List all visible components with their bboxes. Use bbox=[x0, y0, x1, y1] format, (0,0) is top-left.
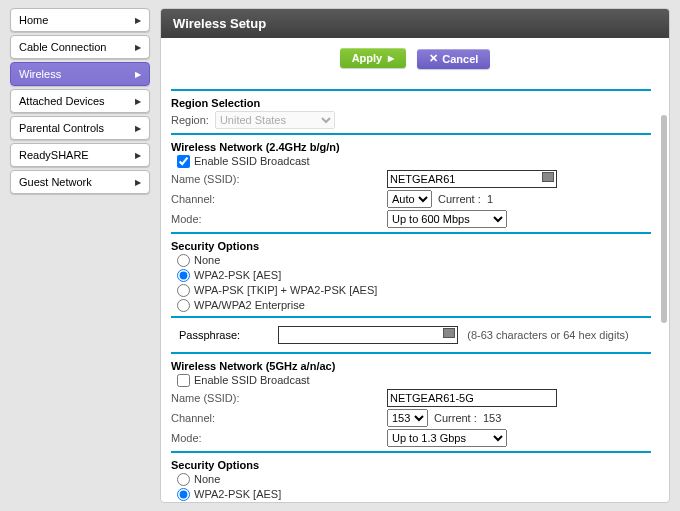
play-icon: ▶ bbox=[388, 54, 394, 63]
close-icon: ✕ bbox=[429, 52, 438, 65]
divider bbox=[171, 89, 651, 91]
sec5-opt-1: WPA2-PSK [AES] bbox=[194, 488, 281, 500]
page-title: Wireless Setup bbox=[161, 9, 669, 38]
nav-cable-connection[interactable]: Cable Connection▶ bbox=[10, 35, 150, 59]
toolbar: Apply▶ ✕Cancel bbox=[161, 38, 669, 79]
security-5-title: Security Options bbox=[171, 459, 651, 471]
scrollbar-thumb[interactable] bbox=[661, 115, 667, 323]
sec5-wpa2-radio[interactable] bbox=[177, 488, 190, 501]
nav-wireless[interactable]: Wireless▶ bbox=[10, 62, 150, 86]
security-24-title: Security Options bbox=[171, 240, 651, 252]
channel-5-select[interactable]: 153 bbox=[387, 409, 428, 427]
divider bbox=[171, 133, 651, 135]
cancel-label: Cancel bbox=[442, 53, 478, 65]
nav-label: ReadySHARE bbox=[19, 149, 89, 161]
divider bbox=[171, 316, 651, 318]
enable-ssid-24-label: Enable SSID Broadcast bbox=[194, 155, 310, 167]
nav-parental-controls[interactable]: Parental Controls▶ bbox=[10, 116, 150, 140]
chevron-right-icon: ▶ bbox=[135, 178, 141, 187]
chevron-right-icon: ▶ bbox=[135, 97, 141, 106]
keyboard-icon[interactable] bbox=[542, 172, 554, 182]
enable-ssid-5-checkbox[interactable] bbox=[177, 374, 190, 387]
ssid-24-label: Name (SSID): bbox=[171, 173, 387, 185]
sec24-opt-2: WPA-PSK [TKIP] + WPA2-PSK [AES] bbox=[194, 284, 377, 296]
divider bbox=[171, 451, 651, 453]
mode-5-label: Mode: bbox=[171, 432, 387, 444]
chevron-right-icon: ▶ bbox=[135, 16, 141, 25]
channel-5-current-value: 153 bbox=[483, 412, 501, 424]
nav-attached-devices[interactable]: Attached Devices▶ bbox=[10, 89, 150, 113]
enable-ssid-5-label: Enable SSID Broadcast bbox=[194, 374, 310, 386]
ssid-24-input[interactable] bbox=[387, 170, 557, 188]
nav-home[interactable]: Home▶ bbox=[10, 8, 150, 32]
divider bbox=[171, 352, 651, 354]
keyboard-icon[interactable] bbox=[443, 328, 455, 338]
ssid-5-label: Name (SSID): bbox=[171, 392, 387, 404]
chevron-right-icon: ▶ bbox=[135, 43, 141, 52]
nav-label: Wireless bbox=[19, 68, 61, 80]
channel-5-current-label: Current : bbox=[434, 412, 477, 424]
channel-24-label: Channel: bbox=[171, 193, 387, 205]
mode-24-select[interactable]: Up to 600 Mbps bbox=[387, 210, 507, 228]
nav-label: Guest Network bbox=[19, 176, 92, 188]
chevron-right-icon: ▶ bbox=[135, 151, 141, 160]
nav-guest-network[interactable]: Guest Network▶ bbox=[10, 170, 150, 194]
channel-24-current-label: Current : bbox=[438, 193, 481, 205]
nav-label: Cable Connection bbox=[19, 41, 106, 53]
nav-label: Parental Controls bbox=[19, 122, 104, 134]
wifi24-section-title: Wireless Network (2.4GHz b/g/n) bbox=[171, 141, 651, 153]
apply-label: Apply bbox=[352, 52, 383, 64]
sec24-wpa2-radio[interactable] bbox=[177, 269, 190, 282]
sec24-none-radio[interactable] bbox=[177, 254, 190, 267]
apply-button[interactable]: Apply▶ bbox=[340, 48, 407, 68]
chevron-right-icon: ▶ bbox=[135, 124, 141, 133]
sidebar: Home▶ Cable Connection▶ Wireless▶ Attach… bbox=[10, 8, 150, 503]
chevron-right-icon: ▶ bbox=[135, 70, 141, 79]
nav-readyshare[interactable]: ReadySHARE▶ bbox=[10, 143, 150, 167]
mode-24-label: Mode: bbox=[171, 213, 387, 225]
passphrase-hint: (8-63 characters or 64 hex digits) bbox=[467, 329, 628, 341]
passphrase-label: Passphrase: bbox=[179, 329, 275, 341]
sec24-opt-3: WPA/WPA2 Enterprise bbox=[194, 299, 305, 311]
wifi5-section-title: Wireless Network (5GHz a/n/ac) bbox=[171, 360, 651, 372]
cancel-button[interactable]: ✕Cancel bbox=[417, 49, 490, 69]
channel-5-label: Channel: bbox=[171, 412, 387, 424]
sec24-opt-1: WPA2-PSK [AES] bbox=[194, 269, 281, 281]
nav-label: Attached Devices bbox=[19, 95, 105, 107]
mode-5-select[interactable]: Up to 1.3 Gbps bbox=[387, 429, 507, 447]
ssid-5-input[interactable] bbox=[387, 389, 557, 407]
region-section-title: Region Selection bbox=[171, 97, 651, 109]
passphrase-input[interactable] bbox=[278, 326, 458, 344]
divider bbox=[171, 232, 651, 234]
region-label: Region: bbox=[171, 114, 209, 126]
content-scroll[interactable]: Region Selection Region: United States W… bbox=[161, 79, 669, 503]
nav-label: Home bbox=[19, 14, 48, 26]
sec5-opt-0: None bbox=[194, 473, 220, 485]
enable-ssid-24-checkbox[interactable] bbox=[177, 155, 190, 168]
channel-24-current-value: 1 bbox=[487, 193, 493, 205]
region-select[interactable]: United States bbox=[215, 111, 335, 129]
sec5-none-radio[interactable] bbox=[177, 473, 190, 486]
sec24-enterprise-radio[interactable] bbox=[177, 299, 190, 312]
channel-24-select[interactable]: Auto bbox=[387, 190, 432, 208]
sec24-wpa-wpa2-radio[interactable] bbox=[177, 284, 190, 297]
main-panel: Wireless Setup Apply▶ ✕Cancel Region Sel… bbox=[160, 8, 670, 503]
sec24-opt-0: None bbox=[194, 254, 220, 266]
